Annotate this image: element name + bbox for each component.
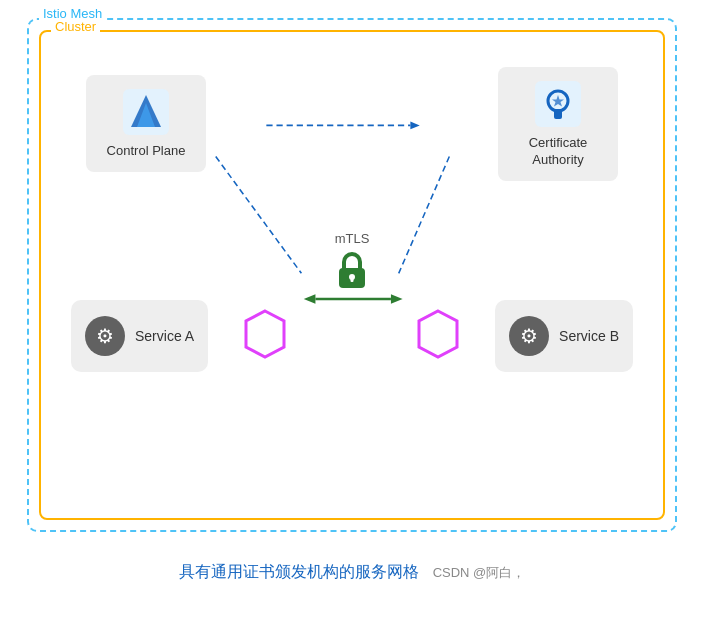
service-b-gear-icon: ⚙ xyxy=(509,316,549,356)
proxy-a-hexagon xyxy=(243,309,287,363)
service-a-gear-icon: ⚙ xyxy=(85,316,125,356)
control-plane-label: Control Plane xyxy=(107,143,186,160)
certificate-authority-icon xyxy=(535,81,581,127)
control-plane-icon-area xyxy=(121,87,171,137)
page-container: Istio Mesh Cluster xyxy=(0,0,704,640)
certificate-authority-label: Certificate Authority xyxy=(529,135,588,169)
control-plane-icon xyxy=(123,89,169,135)
svg-marker-18 xyxy=(419,311,457,357)
istio-mesh-border: Istio Mesh Cluster xyxy=(27,18,677,532)
top-row: Control Plane xyxy=(56,67,648,181)
caption-source: CSDN @阿白， xyxy=(433,564,526,582)
caption-area: 具有通用证书颁发机构的服务网格 CSDN @阿白， xyxy=(179,548,526,583)
service-b-label: Service B xyxy=(559,328,619,344)
service-a-box: ⚙ Service A xyxy=(71,300,208,372)
service-b-box: ⚙ Service B xyxy=(495,300,633,372)
mtls-label: mTLS xyxy=(335,231,370,246)
inner-diagram: Control Plane xyxy=(56,67,648,402)
control-plane-box: Control Plane xyxy=(86,75,206,172)
proxy-a-hex-svg xyxy=(243,309,287,359)
mtls-area: mTLS xyxy=(56,231,648,290)
svg-rect-16 xyxy=(351,277,354,282)
lock-icon xyxy=(335,250,369,290)
bottom-spacer xyxy=(56,372,648,402)
service-a-label: Service A xyxy=(135,328,194,344)
certificate-authority-icon-area xyxy=(533,79,583,129)
svg-marker-17 xyxy=(246,311,284,357)
caption-text: 具有通用证书颁发机构的服务网格 xyxy=(179,562,419,583)
certificate-authority-box: Certificate Authority xyxy=(498,67,618,181)
proxy-b-hexagon xyxy=(416,309,460,363)
proxy-b-hex-svg xyxy=(416,309,460,359)
bottom-row: ⚙ Service A xyxy=(56,300,648,372)
svg-rect-12 xyxy=(554,109,562,119)
cluster-box: Cluster xyxy=(39,30,665,520)
cluster-label: Cluster xyxy=(51,19,100,34)
